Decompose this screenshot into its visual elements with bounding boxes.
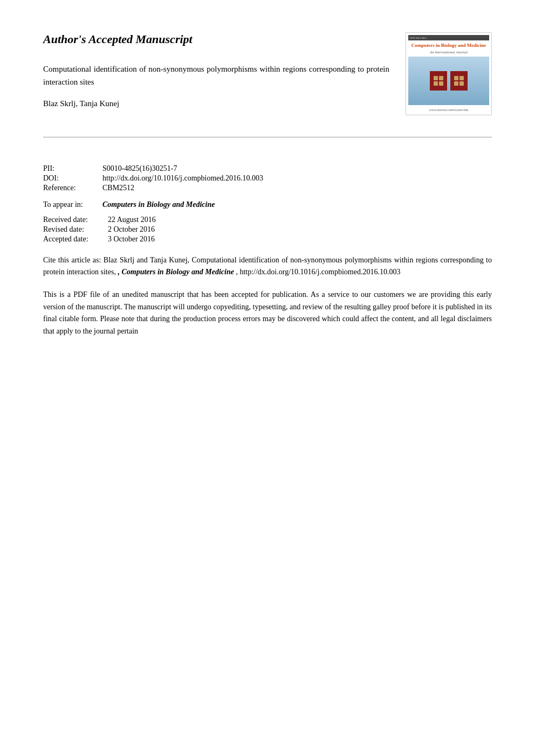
authors: Blaz Skrlj, Tanja Kunej [43,99,389,108]
cover-icon-dot [434,76,438,80]
appear-in-row: To appear in: Computers in Biology and M… [43,200,492,209]
cover-icon-dot-5 [454,76,458,80]
accepted-row: Accepted date: 3 October 2016 [43,235,492,244]
metadata-table: PII: S0010-4825(16)30251-7 DOI: http://d… [43,164,492,192]
appear-in-label: To appear in: [43,200,102,209]
cover-top-bar: ISSN 0010-4825 [408,35,489,40]
cover-image-area [408,57,489,105]
journal-cover: ISSN 0010-4825 Computers in Biology and … [406,32,492,115]
divider [43,137,492,137]
article-title: Computational identification of non-syno… [43,63,389,88]
doi-label: DOI: [43,174,102,183]
citation-journal-italic: , Computers in Biology and Medicine [118,268,234,276]
received-row: Received date: 22 August 2016 [43,216,492,224]
received-value: 22 August 2016 [108,216,156,224]
cover-icon-box-left [430,71,447,91]
pii-row: PII: S0010-4825(16)30251-7 [43,164,492,173]
accepted-label: Accepted date: [43,235,108,244]
cover-icons [430,71,468,91]
cover-icon-dot-6 [459,76,464,80]
reference-row: Reference: CBM2512 [43,184,492,192]
pii-value: S0010-4825(16)30251-7 [102,164,177,173]
pii-label: PII: [43,164,102,173]
dates-section: Received date: 22 August 2016 Revised da… [43,216,492,244]
manuscript-title: Author's Accepted Manuscript [43,32,389,46]
header-left: Author's Accepted Manuscript Computation… [43,32,406,108]
revised-label: Revised date: [43,225,108,234]
description-section: This is a PDF file of an unedited manusc… [43,289,492,337]
revised-value: 2 October 2016 [108,225,155,234]
header-section: Author's Accepted Manuscript Computation… [43,32,492,115]
cover-icon-dot-3 [434,81,438,86]
cover-url: www.elsevier.com/locate/cbm [429,107,468,113]
cover-icon-dot-4 [439,81,443,86]
cover-icon-inner [434,76,443,80]
citation-section: Cite this article as: Blaz Skrlj and Tan… [43,254,492,279]
accepted-value: 3 October 2016 [108,235,155,244]
revised-row: Revised date: 2 October 2016 [43,225,492,234]
cover-icon-inner-4 [454,81,464,86]
cover-subtitle: An International Journal [430,50,468,54]
cover-icon-box-right [450,71,468,91]
cover-icon-inner-2 [434,81,443,86]
cover-top-bar-text: ISSN 0010-4825 [410,37,427,39]
cover-icon-dot-2 [439,76,443,80]
cover-journal-name: Computers in Biology and Medicine [409,43,489,49]
doi-value: http://dx.doi.org/10.1016/j.compbiomed.2… [102,174,263,183]
reference-label: Reference: [43,184,102,192]
appear-in-journal: Computers in Biology and Medicine [102,200,215,209]
cover-icon-inner-3 [454,76,464,80]
manuscript-page: Author's Accepted Manuscript Computation… [0,0,535,756]
received-label: Received date: [43,216,108,224]
reference-value: CBM2512 [102,184,134,192]
metadata-section: PII: S0010-4825(16)30251-7 DOI: http://d… [43,164,492,244]
citation-doi: , http://dx.doi.org/10.1016/j.compbiomed… [236,268,400,276]
doi-row: DOI: http://dx.doi.org/10.1016/j.compbio… [43,174,492,183]
cover-icon-dot-8 [459,81,464,86]
cover-icon-dot-7 [454,81,458,86]
